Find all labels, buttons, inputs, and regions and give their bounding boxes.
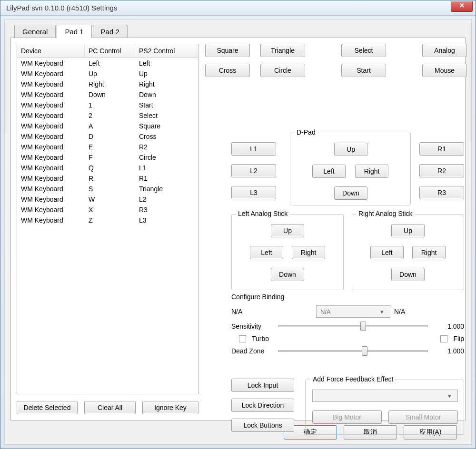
- lock-input-button[interactable]: Lock Input: [231, 379, 294, 392]
- cell-pc: S: [85, 184, 135, 194]
- tab-pad1[interactable]: Pad 1: [57, 25, 91, 38]
- rstick-left-button[interactable]: Left: [370, 246, 404, 259]
- square-button[interactable]: Square: [205, 44, 250, 57]
- cell-pc: 1: [85, 100, 135, 110]
- deadzone-slider[interactable]: [278, 350, 428, 352]
- lstick-up-button[interactable]: Up: [271, 224, 304, 237]
- deadzone-thumb[interactable]: [362, 346, 367, 356]
- col-header-ps2[interactable]: PS2 Control: [135, 44, 197, 58]
- chevron-down-icon: ▾: [380, 308, 387, 315]
- table-row[interactable]: WM KeyboardXR3: [17, 205, 198, 215]
- settings-window: LilyPad svn 0.10.0 (r4510) Settings ✕ Ge…: [0, 0, 476, 449]
- cfg-combo[interactable]: N/A ▾: [316, 305, 390, 318]
- lstick-right-button[interactable]: Right: [292, 246, 325, 259]
- sensitivity-thumb[interactable]: [360, 322, 366, 331]
- l1-button[interactable]: L1: [231, 142, 276, 156]
- analog-button[interactable]: Analog: [422, 44, 467, 57]
- l2-button[interactable]: L2: [231, 164, 276, 177]
- table-row[interactable]: WM Keyboard2Select: [17, 110, 198, 121]
- table-row[interactable]: WM KeyboardUpUp: [17, 68, 198, 79]
- cell-device: WM Keyboard: [17, 121, 85, 131]
- lock-buttons-button[interactable]: Lock Buttons: [231, 419, 294, 432]
- table-row[interactable]: WM KeyboardRightRight: [17, 79, 198, 89]
- rstick-up-button[interactable]: Up: [391, 224, 425, 237]
- table-row[interactable]: WM KeyboardWL2: [17, 194, 198, 205]
- right-stick-group: Right Analog Stick Up Left Right Down: [352, 214, 464, 290]
- col-header-pc[interactable]: PC Control: [85, 44, 135, 58]
- listview-header: Device PC Control PS2 Control: [17, 44, 198, 58]
- col-header-device[interactable]: Device: [17, 44, 85, 58]
- cell-ps2: Square: [135, 121, 197, 131]
- mouse-button[interactable]: Mouse: [422, 64, 467, 77]
- tab-general[interactable]: General: [14, 25, 56, 38]
- cell-device: WM Keyboard: [17, 131, 85, 142]
- cell-device: WM Keyboard: [17, 110, 85, 121]
- table-row[interactable]: WM Keyboard1Start: [17, 100, 198, 110]
- cell-ps2: Select: [135, 110, 197, 121]
- triangle-button[interactable]: Triangle: [260, 44, 305, 57]
- select-button[interactable]: Select: [341, 44, 386, 57]
- list-actions-row: Delete Selected Clear All Ignore Key: [17, 401, 198, 414]
- r-buttons-column: R1 R2 R3: [419, 142, 464, 199]
- bindings-listview[interactable]: Device PC Control PS2 Control WM Keyboar…: [17, 44, 198, 394]
- configure-binding-group: Configure Binding N/A N/A ▾ N/A Sensitiv…: [231, 293, 464, 360]
- lstick-left-button[interactable]: Left: [250, 246, 283, 259]
- cell-device: WM Keyboard: [17, 184, 85, 194]
- cell-pc: F: [85, 152, 135, 163]
- dpad-down-button[interactable]: Down: [334, 186, 367, 200]
- titlebar[interactable]: LilyPad svn 0.10.0 (r4510) Settings ✕: [0, 0, 476, 16]
- table-row[interactable]: WM KeyboardLeftLeft: [17, 58, 198, 68]
- table-row[interactable]: WM KeyboardFCircle: [17, 152, 198, 163]
- rstick-down-button[interactable]: Down: [391, 268, 425, 281]
- tab-pad2[interactable]: Pad 2: [93, 25, 128, 38]
- close-icon: ✕: [459, 2, 465, 9]
- cell-device: WM Keyboard: [17, 163, 85, 173]
- circle-button[interactable]: Circle: [260, 64, 305, 77]
- r1-button[interactable]: R1: [419, 142, 464, 156]
- ffe-combo[interactable]: ▾: [312, 390, 458, 402]
- cell-device: WM Keyboard: [17, 173, 85, 184]
- table-row[interactable]: WM KeyboardSTriangle: [17, 184, 198, 194]
- dpad-up-button[interactable]: Up: [334, 143, 367, 156]
- table-row[interactable]: WM KeyboardDCross: [17, 131, 198, 142]
- flip-checkbox[interactable]: [440, 335, 447, 342]
- sensitivity-label: Sensitivity: [231, 322, 270, 330]
- start-button[interactable]: Start: [341, 64, 386, 77]
- sensitivity-slider[interactable]: [278, 325, 428, 327]
- r2-button[interactable]: R2: [419, 164, 464, 177]
- lstick-down-button[interactable]: Down: [271, 268, 304, 281]
- client-area: General Pad 1 Pad 2 Device PC Control PS…: [4, 20, 472, 445]
- cell-pc: D: [85, 131, 135, 142]
- dpad-left-button[interactable]: Left: [312, 165, 346, 178]
- cross-button[interactable]: Cross: [205, 64, 250, 77]
- table-row[interactable]: WM KeyboardASquare: [17, 121, 198, 131]
- rstick-right-button[interactable]: Right: [412, 246, 446, 259]
- flip-label: Flip: [453, 335, 464, 342]
- close-button[interactable]: ✕: [451, 1, 473, 12]
- table-row[interactable]: WM KeyboardER2: [17, 142, 198, 152]
- cell-device: WM Keyboard: [17, 215, 85, 225]
- l3-button[interactable]: L3: [231, 186, 276, 199]
- table-row[interactable]: WM KeyboardDownDown: [17, 89, 198, 100]
- r3-button[interactable]: R3: [419, 186, 464, 199]
- clear-all-button[interactable]: Clear All: [84, 401, 136, 414]
- ignore-key-button[interactable]: Ignore Key: [142, 401, 198, 414]
- table-row[interactable]: WM KeyboardZL3: [17, 215, 198, 225]
- l-buttons-column: L1 L2 L3: [231, 142, 276, 199]
- cell-pc: R: [85, 173, 135, 184]
- cell-pc: Left: [85, 58, 135, 68]
- cell-pc: Right: [85, 79, 135, 89]
- delete-selected-button[interactable]: Delete Selected: [17, 401, 78, 414]
- left-column: Device PC Control PS2 Control WM Keyboar…: [17, 44, 198, 414]
- big-motor-button[interactable]: Big Motor: [312, 410, 382, 424]
- lock-direction-button[interactable]: Lock Direction: [231, 399, 294, 412]
- cell-device: WM Keyboard: [17, 58, 85, 68]
- table-row[interactable]: WM KeyboardQL1: [17, 163, 198, 173]
- turbo-checkbox[interactable]: [239, 335, 246, 342]
- dpad-right-button[interactable]: Right: [355, 165, 388, 178]
- table-row[interactable]: WM KeyboardRR1: [17, 173, 198, 184]
- cell-pc: Down: [85, 89, 135, 100]
- cell-ps2: Up: [135, 68, 197, 79]
- small-motor-button[interactable]: Small Motor: [388, 410, 458, 424]
- cell-device: WM Keyboard: [17, 100, 85, 110]
